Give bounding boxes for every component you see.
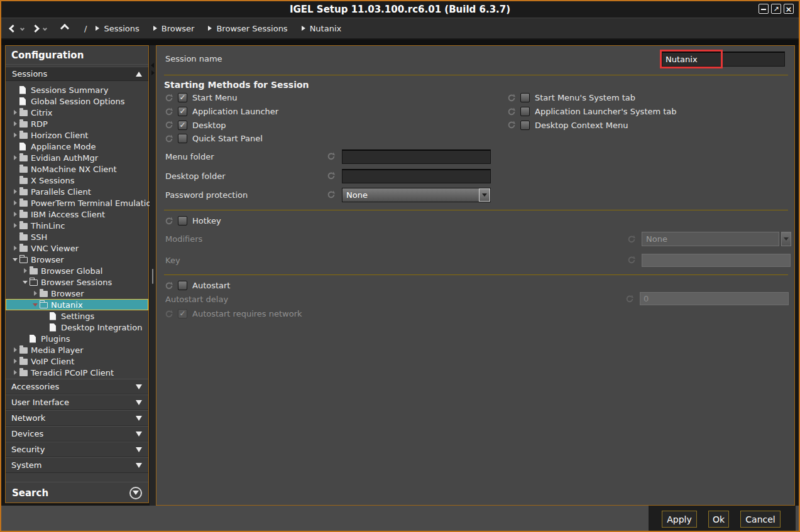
reset-icon[interactable]: [507, 93, 517, 103]
session-name-input[interactable]: [662, 52, 785, 67]
tree-item[interactable]: Evidian AuthMgr: [6, 152, 148, 163]
breadcrumb-sessions[interactable]: Sessions: [96, 24, 139, 33]
key-input[interactable]: [642, 254, 791, 267]
back-button[interactable]: [9, 24, 17, 33]
tree-item[interactable]: VoIP Client: [6, 356, 148, 367]
reset-icon[interactable]: [164, 309, 174, 319]
expand-arrow-icon[interactable]: [11, 110, 19, 115]
checkbox[interactable]: ✓: [520, 93, 530, 102]
reset-icon[interactable]: [164, 134, 174, 144]
reset-icon[interactable]: [326, 151, 336, 161]
forward-button[interactable]: [31, 24, 40, 33]
expand-arrow-icon[interactable]: [11, 155, 19, 160]
expand-arrow-icon[interactable]: [11, 258, 19, 261]
dropdown-arrow-icon[interactable]: [479, 188, 490, 202]
reset-icon[interactable]: [625, 294, 635, 304]
tree-item[interactable]: SSH: [6, 231, 148, 242]
sidebar-section-user-interface[interactable]: User Interface: [6, 394, 148, 410]
tree-item[interactable]: Settings: [6, 310, 148, 322]
scroll-left-icon[interactable]: [151, 63, 154, 68]
tree-item[interactable]: ThinLinc: [6, 220, 148, 231]
expand-arrow-icon[interactable]: [11, 212, 19, 217]
expand-arrow-icon[interactable]: [11, 246, 19, 251]
tree-item[interactable]: Parallels Client: [6, 186, 148, 197]
tree-item[interactable]: Horizon Client: [6, 129, 148, 141]
expand-arrow-icon[interactable]: [11, 347, 19, 352]
checkbox[interactable]: ✓: [520, 107, 530, 116]
tree-item[interactable]: Sessions Summary: [6, 84, 148, 95]
tree-item[interactable]: Browser: [6, 254, 148, 265]
ok-button[interactable]: Ok: [708, 511, 729, 528]
reset-icon[interactable]: [164, 216, 174, 226]
tree-item[interactable]: Teradici PCoIP Client: [6, 367, 148, 378]
checkbox[interactable]: ✓: [178, 121, 187, 130]
reset-icon[interactable]: [627, 234, 637, 244]
sidebar-section-system[interactable]: System: [6, 457, 148, 473]
expand-arrow-icon[interactable]: [11, 133, 19, 138]
checkbox[interactable]: ✓: [520, 121, 530, 130]
expand-arrow-icon[interactable]: [11, 189, 19, 194]
reset-icon[interactable]: [164, 281, 174, 291]
checkbox[interactable]: ✓: [178, 134, 187, 143]
tree-item[interactable]: Nutanix: [6, 299, 148, 310]
menu-folder-input[interactable]: [342, 149, 491, 164]
sessions-section-header[interactable]: Sessions: [6, 67, 148, 81]
tree-item[interactable]: Media Player: [6, 344, 148, 356]
tree-item[interactable]: IBM iAccess Client: [6, 209, 148, 220]
back-history-dropdown-icon[interactable]: [20, 26, 25, 30]
expand-arrow-icon[interactable]: [31, 303, 40, 307]
reset-icon[interactable]: [164, 107, 174, 117]
tree-item[interactable]: X Sessions: [6, 175, 148, 186]
autostart-delay-input[interactable]: [640, 292, 789, 305]
checkbox[interactable]: ✓: [178, 93, 187, 102]
reset-icon[interactable]: [507, 120, 517, 130]
autostart-requires-network-checkbox[interactable]: ✓: [178, 309, 187, 318]
search-expand-icon[interactable]: [129, 487, 142, 499]
tree-item[interactable]: Browser Global: [6, 265, 148, 276]
tree-item[interactable]: Browser: [6, 288, 148, 299]
reset-icon[interactable]: [326, 171, 336, 181]
expand-arrow-icon[interactable]: [11, 223, 19, 228]
breadcrumb-browser-sessions[interactable]: Browser Sessions: [208, 24, 287, 33]
checkbox[interactable]: ✓: [178, 107, 187, 116]
sidebar-section-accessories[interactable]: Accessories: [6, 379, 148, 394]
up-button[interactable]: [60, 24, 69, 33]
close-button[interactable]: ×: [784, 4, 794, 14]
search-section[interactable]: Search: [6, 482, 148, 503]
modifiers-select[interactable]: None: [642, 232, 779, 246]
reset-icon[interactable]: [507, 107, 517, 117]
scroll-right-icon[interactable]: [151, 70, 155, 75]
tree-item[interactable]: NoMachine NX Client: [6, 163, 148, 175]
expand-arrow-icon[interactable]: [21, 268, 30, 273]
modifiers-dropdown-arrow-icon[interactable]: [781, 232, 791, 246]
breadcrumb-nutanix[interactable]: Nutanix: [302, 24, 342, 33]
minimize-button[interactable]: [759, 4, 769, 14]
expand-arrow-icon[interactable]: [21, 281, 30, 284]
expand-arrow-icon[interactable]: [11, 200, 19, 205]
scrollbar-thumb[interactable]: [152, 269, 153, 284]
expand-arrow-icon[interactable]: [11, 370, 19, 375]
expand-arrow-icon[interactable]: [11, 359, 19, 364]
breadcrumb-browser[interactable]: Browser: [153, 24, 195, 33]
maximize-button[interactable]: ↗: [771, 4, 781, 14]
tree-item[interactable]: Global Session Options: [6, 95, 148, 107]
hotkey-checkbox[interactable]: ✓: [178, 216, 187, 225]
tree-item[interactable]: Desktop Integration: [6, 322, 148, 333]
cancel-button[interactable]: Cancel: [740, 511, 781, 528]
reset-icon[interactable]: [164, 120, 174, 130]
tree-item[interactable]: Plugins: [6, 333, 148, 344]
apply-button[interactable]: Apply: [662, 511, 697, 528]
tree-item[interactable]: RDP: [6, 118, 148, 129]
autostart-checkbox[interactable]: ✓: [178, 281, 187, 290]
reset-icon[interactable]: [164, 93, 174, 103]
tree-item[interactable]: Citrix: [6, 107, 148, 118]
sidebar-section-network[interactable]: Network: [6, 410, 148, 426]
expand-arrow-icon[interactable]: [31, 291, 40, 296]
sidebar-scrollbar[interactable]: [150, 45, 156, 506]
reset-icon[interactable]: [627, 255, 637, 265]
sidebar-section-devices[interactable]: Devices: [6, 426, 148, 442]
tree-item[interactable]: Browser Sessions: [6, 276, 148, 288]
sidebar-section-security[interactable]: Security: [6, 442, 148, 457]
tree-item[interactable]: VNC Viewer: [6, 242, 148, 254]
reset-icon[interactable]: [326, 190, 336, 200]
